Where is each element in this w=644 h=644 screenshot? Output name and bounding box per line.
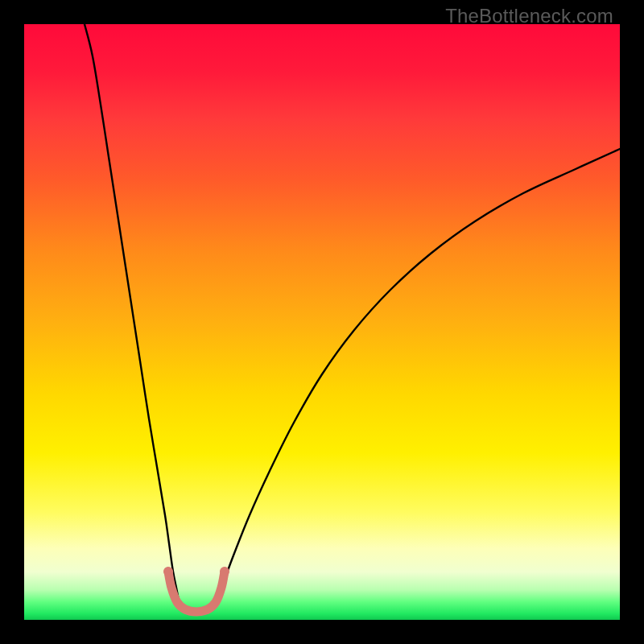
- valley-bump-endpoint-left: [163, 567, 173, 576]
- valley-bump-curve: [168, 572, 225, 612]
- left-curve: [85, 24, 180, 605]
- valley-bump-endpoint-right: [220, 567, 229, 576]
- chart-plot-area: [24, 24, 620, 620]
- chart-curves-svg: [24, 24, 620, 620]
- right-curve: [213, 149, 620, 605]
- watermark-text: TheBottleneck.com: [445, 5, 613, 27]
